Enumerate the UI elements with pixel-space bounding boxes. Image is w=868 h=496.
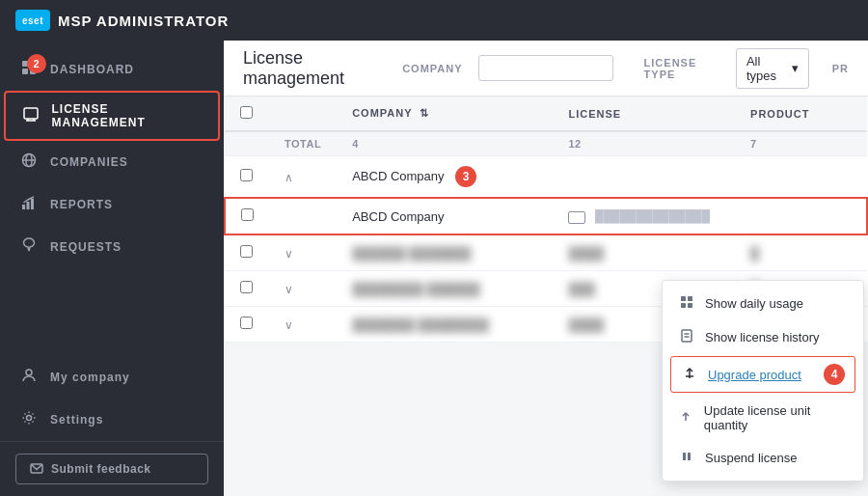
row-product-cell (735, 156, 867, 199)
chevron-down-icon: ▾ (792, 61, 799, 75)
row-expand-cell[interactable]: ∧ (269, 156, 337, 199)
total-checkbox-cell (225, 131, 269, 156)
row-expand-cell (269, 198, 337, 234)
row-checkbox-cell (225, 307, 269, 343)
menu-item-update-quantity[interactable]: Update license unit quantity (663, 395, 863, 441)
svg-rect-4 (24, 108, 38, 119)
col-company: COMPANY ⇅ (337, 96, 553, 131)
row-expand-cell[interactable]: ∨ (269, 271, 337, 307)
svg-rect-2 (22, 69, 28, 74)
total-product-count: 7 (735, 131, 867, 156)
col-checkbox (225, 96, 269, 131)
menu-item-upgrade-product[interactable]: Upgrade product 4 (670, 356, 855, 393)
total-license-num: 12 (553, 131, 735, 156)
dashboard-badge: 2 (27, 54, 46, 73)
app-title: MSP ADMINISTRATOR (58, 13, 229, 29)
row-checkbox-cell (225, 234, 269, 271)
row-license-cell: ██████████████ (553, 198, 735, 234)
row-checkbox[interactable] (240, 281, 253, 293)
license-type-value: All types (746, 54, 786, 83)
sort-icon[interactable]: ⇅ (420, 107, 429, 119)
row-company-cell: ABCD Company (337, 198, 553, 234)
topbar: eset MSP ADMINISTRATOR (0, 0, 868, 41)
sidebar-item-label: COMPANIES (50, 155, 128, 169)
sidebar-item-companies[interactable]: COMPANIES (0, 141, 224, 183)
row-checkbox-cell (225, 156, 269, 199)
menu-label: Suspend license (705, 451, 797, 465)
row-expand-cell[interactable]: ∨ (269, 307, 337, 343)
company-name: ABCD Company (352, 209, 444, 224)
svg-point-15 (27, 416, 32, 421)
total-label-cell: TOTAL (269, 131, 337, 156)
table-total-row: TOTAL 4 12 7 (225, 131, 867, 156)
step-badge-4: 4 (824, 364, 845, 385)
col-product: PRODUCT (735, 96, 867, 131)
svg-rect-12 (27, 202, 30, 209)
row-company-cell: ██████ ███████ (337, 234, 553, 271)
sidebar-item-settings[interactable]: Settings (0, 399, 224, 441)
sidebar-item-requests[interactable]: REQUESTS (0, 226, 224, 268)
companies-icon (19, 152, 39, 172)
company-name: ABCD Company (352, 169, 444, 183)
content-area: License management COMPANY LICENSE TYPE … (224, 41, 868, 496)
row-expand-cell[interactable]: ∨ (269, 234, 337, 271)
sidebar-item-dashboard[interactable]: 2 DASHBOARD (0, 48, 224, 91)
menu-item-daily-usage[interactable]: Show daily usage (663, 287, 863, 320)
svg-rect-17 (681, 296, 686, 301)
logo-area: eset MSP ADMINISTRATOR (15, 10, 229, 31)
row-checkbox-cell (225, 198, 269, 234)
sidebar-item-label: Settings (50, 413, 103, 427)
feedback-icon (30, 462, 43, 476)
row-product-cell (735, 198, 867, 234)
table-row: ∧ ABCD Company 3 (225, 156, 867, 199)
row-license-cell: ████ (553, 234, 735, 271)
sidebar-item-reports[interactable]: REPORTS (0, 183, 224, 226)
row-company-cell: ████████ ██████ (337, 271, 553, 307)
menu-label: Show license history (705, 330, 820, 344)
menu-item-license-history[interactable]: Show license history (663, 320, 863, 354)
table-wrapper: COMPANY ⇅ LICENSE PRODUCT TOTAL 4 12 (224, 96, 868, 496)
svg-point-14 (26, 370, 32, 375)
menu-label: Upgrade product (708, 368, 801, 382)
row-company-cell: ███████ ████████ (337, 307, 553, 343)
row-checkbox[interactable] (240, 169, 253, 181)
chevron-down-icon[interactable]: ∨ (285, 247, 293, 261)
license-value: ██████████████ (595, 209, 710, 223)
row-company-cell: ABCD Company 3 (337, 156, 553, 199)
menu-label: Show daily usage (705, 296, 803, 311)
sidebar-item-label: LICENSE MANAGEMENT (51, 102, 203, 129)
requests-icon (19, 237, 39, 257)
sidebar-item-label: REQUESTS (50, 240, 122, 254)
table-header-row: COMPANY ⇅ LICENSE PRODUCT (225, 96, 867, 131)
main-layout: 2 DASHBOARD LICENSE (0, 41, 868, 496)
monitor-icon (568, 211, 585, 224)
license-type-dropdown[interactable]: All types ▾ (736, 48, 809, 89)
sidebar-bottom: Submit feedback (0, 441, 224, 496)
page-title: License management (243, 48, 387, 89)
svg-rect-28 (688, 453, 691, 460)
sidebar: 2 DASHBOARD LICENSE (0, 41, 224, 496)
menu-item-suspend[interactable]: Suspend license (663, 441, 863, 475)
col-expand (269, 96, 337, 131)
svg-rect-13 (31, 199, 34, 209)
content-header: License management COMPANY LICENSE TYPE … (224, 41, 868, 96)
row-checkbox[interactable] (240, 245, 253, 258)
select-all-checkbox[interactable] (240, 106, 253, 119)
chevron-down-icon[interactable]: ∨ (285, 283, 293, 296)
company-filter-input[interactable] (478, 55, 613, 81)
reports-icon (19, 195, 39, 214)
sidebar-item-label: My company (50, 371, 130, 384)
submit-feedback-button[interactable]: Submit feedback (15, 454, 208, 484)
svg-rect-20 (688, 303, 692, 308)
expand-icon[interactable]: ∧ (285, 171, 293, 184)
doc-icon (678, 329, 695, 345)
row-checkbox[interactable] (241, 208, 254, 221)
sidebar-item-license-management[interactable]: LICENSE MANAGEMENT (4, 91, 220, 141)
svg-rect-11 (22, 205, 25, 209)
arrows-icon (681, 367, 698, 383)
arrow-up-icon (678, 410, 694, 427)
sidebar-item-my-company[interactable]: My company (0, 356, 224, 399)
row-checkbox[interactable] (240, 317, 253, 329)
license-type-label: LICENSE TYPE (644, 57, 720, 80)
chevron-down-icon[interactable]: ∨ (285, 318, 293, 332)
